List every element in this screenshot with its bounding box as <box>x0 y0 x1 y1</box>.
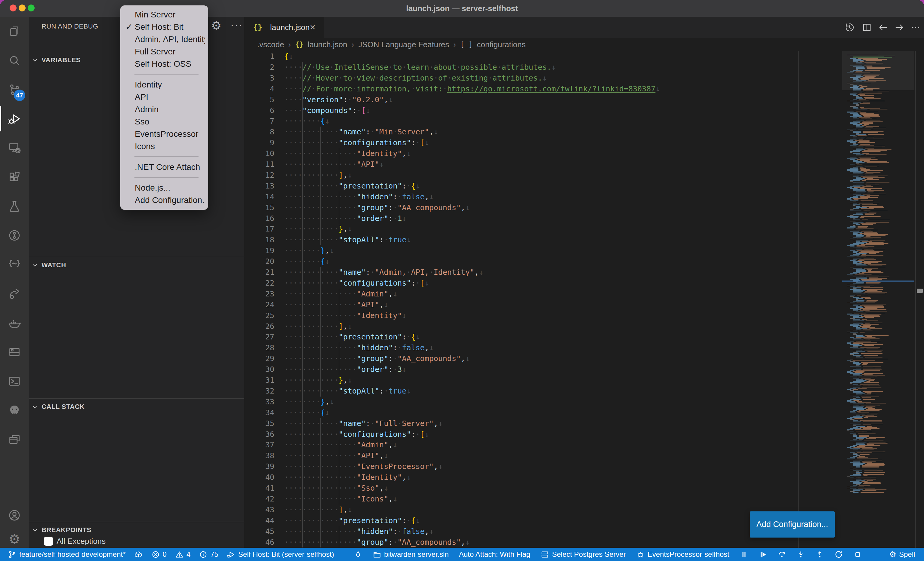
line-number[interactable]: 34 <box>244 407 274 418</box>
line-number[interactable]: 9 <box>244 138 274 148</box>
menu-item-add-configuration[interactable]: Add Configuration... <box>120 194 208 206</box>
activity-bar-item-window-panels[interactable] <box>0 425 29 454</box>
menu-item-self-host-oss[interactable]: Self Host: OSS <box>120 58 208 70</box>
code-line[interactable]: 27············ · ↓ "presentation": { <box>244 332 842 343</box>
code-line[interactable]: 36············ · ↓ "configurations": [ <box>244 429 842 440</box>
line-number[interactable]: 15 <box>244 202 274 213</box>
line-number[interactable]: 33 <box>244 396 274 407</box>
line-number[interactable]: 18 <box>244 235 274 245</box>
line-number[interactable]: 45 <box>244 526 274 537</box>
code-line[interactable]: 32············ · ↓ "stopAll": true <box>244 386 842 396</box>
line-number[interactable]: 22 <box>244 278 274 289</box>
menu-item-admin-api-identity[interactable]: Admin, API, Identity <box>120 33 208 45</box>
code-line[interactable]: 31············ ↓ }, <box>244 375 842 386</box>
code-line[interactable]: 15················ · ↓ "group": "AA_comp… <box>244 202 842 213</box>
status-item-step-over[interactable] <box>777 550 786 559</box>
code-line[interactable]: 11················ ↓ "API" <box>244 159 842 170</box>
status-item-pause[interactable] <box>740 550 748 559</box>
status-item-warnings[interactable]: 4 <box>175 550 190 559</box>
line-number[interactable]: 12 <box>244 170 274 181</box>
line-number[interactable]: 26 <box>244 321 274 332</box>
status-item-infos[interactable]: 75 <box>199 550 218 559</box>
breadcrumb-item[interactable]: JSON Language Features <box>358 40 449 49</box>
breadcrumb-item[interactable]: .vscode <box>257 40 284 49</box>
line-number[interactable]: 30 <box>244 364 274 375</box>
code-line[interactable]: 25················ ↓ "Identity" <box>244 310 842 321</box>
code-line[interactable]: 3···· · · · · · · · ↓ // Hover to view d… <box>244 73 842 84</box>
line-number[interactable]: 5 <box>244 94 274 105</box>
code-line[interactable]: 35············ · · ↓ "name": "Full Serve… <box>244 418 842 429</box>
menu-item-api[interactable]: API <box>120 91 208 103</box>
menu-item-net-core-attach[interactable]: .NET Core Attach <box>120 161 208 173</box>
line-number[interactable]: 20 <box>244 256 274 267</box>
activity-bar-item-testing[interactable] <box>0 192 29 221</box>
gear-icon[interactable]: ⚙ <box>209 19 223 33</box>
code-line[interactable]: 14················ · ↓ "hidden": false, <box>244 191 842 202</box>
code-line[interactable]: 7········ ↓ { <box>244 116 842 127</box>
activity-bar-item-gitlens[interactable] <box>0 221 29 250</box>
section-call-stack[interactable]: CALL STACK <box>29 399 244 414</box>
menu-item-identity[interactable]: Identity <box>120 78 208 91</box>
code-line[interactable]: 21············ · · · ↓ "name": "Admin, A… <box>244 267 842 278</box>
navigate-forward-icon[interactable] <box>894 22 905 33</box>
breadcrumb-item[interactable]: configurations <box>477 40 526 49</box>
line-number[interactable]: 43 <box>244 504 274 515</box>
line-number[interactable]: 1 <box>244 51 274 62</box>
more-actions-icon[interactable] <box>910 22 921 33</box>
code-line[interactable]: 23················ ↓ "Admin", <box>244 289 842 299</box>
code-line[interactable]: 9············ · ↓ "configurations": [ <box>244 138 842 148</box>
code-line[interactable]: 16················ · ↓ "order": 1 <box>244 213 842 224</box>
line-number[interactable]: 29 <box>244 353 274 364</box>
activity-bar-item-rest-client[interactable] <box>0 250 29 279</box>
line-number[interactable]: 11 <box>244 159 274 170</box>
code-line[interactable]: 2···· · · · · · · · ↓ // Use IntelliSens… <box>244 62 842 73</box>
line-number[interactable]: 40 <box>244 472 274 483</box>
breakpoint-row[interactable]: All Exceptions <box>29 534 244 548</box>
activity-bar-item-run-and-debug[interactable] <box>0 104 29 133</box>
menu-item-icons[interactable]: Icons <box>120 140 208 153</box>
minimap[interactable] <box>842 51 914 499</box>
line-number[interactable]: 25 <box>244 310 274 321</box>
line-number[interactable]: 6 <box>244 105 274 116</box>
code-line[interactable]: 13············ · ↓ "presentation": { <box>244 181 842 191</box>
add-configuration-button[interactable]: Add Configuration... <box>750 512 835 537</box>
line-number[interactable]: 32 <box>244 386 274 396</box>
code-line[interactable]: 41················ ↓ "Sso", <box>244 483 842 494</box>
line-number[interactable]: 17 <box>244 224 274 235</box>
line-number[interactable]: 28 <box>244 343 274 353</box>
local-history-icon[interactable] <box>844 22 855 33</box>
line-number[interactable]: 37 <box>244 440 274 450</box>
status-item-step-out[interactable] <box>815 550 824 559</box>
line-number[interactable]: 19 <box>244 245 274 256</box>
status-item-step-into[interactable] <box>796 550 805 559</box>
status-item-spell-checker[interactable]: ⚙Spell <box>889 550 915 559</box>
code-line[interactable]: 37················ ↓ "Admin", <box>244 440 842 450</box>
line-number[interactable]: 31 <box>244 375 274 386</box>
code-line[interactable]: 46················ · ↓ "group": "AA_comp… <box>244 537 842 548</box>
code-line[interactable]: 4···· · · · · · ↓ // For more informatio… <box>244 84 842 94</box>
line-number[interactable]: 23 <box>244 289 274 299</box>
activity-bar-item-docker[interactable] <box>0 308 29 337</box>
navigate-back-icon[interactable] <box>878 22 888 33</box>
line-number[interactable]: 41 <box>244 483 274 494</box>
line-number[interactable]: 36 <box>244 429 274 440</box>
code-line[interactable]: 29················ · ↓ "group": "AA_comp… <box>244 353 842 364</box>
code-line[interactable]: 6···· · ↓ "compounds": [ <box>244 105 842 116</box>
menu-item-sso[interactable]: Sso <box>120 115 208 128</box>
line-number[interactable]: 7 <box>244 116 274 127</box>
menu-item-eventsprocessor[interactable]: EventsProcessor <box>120 128 208 140</box>
activity-bar-item-postgresql[interactable] <box>0 396 29 425</box>
status-item-stop[interactable] <box>854 550 862 559</box>
status-item-debug-session[interactable]: EventsProcessor-selfhost <box>636 550 729 559</box>
menu-item-self-host-bit[interactable]: ✓Self Host: Bit <box>120 21 208 33</box>
activity-bar-item-search[interactable] <box>0 46 29 75</box>
more-actions-icon[interactable]: ··· <box>230 19 244 33</box>
status-item-errors[interactable]: 0 <box>151 550 166 559</box>
status-item-continue[interactable] <box>759 550 767 559</box>
code-line[interactable]: 17············ ↓ }, <box>244 224 842 235</box>
tab-launch-json[interactable]: {} launch.json × <box>244 17 324 38</box>
code-line[interactable]: 42················ ↓ "Icons", <box>244 494 842 504</box>
code-line[interactable]: 8············ · · ↓ "name": "Min Server"… <box>244 127 842 138</box>
line-number[interactable]: 27 <box>244 332 274 343</box>
code-line[interactable]: 34········ ↓ { <box>244 407 842 418</box>
